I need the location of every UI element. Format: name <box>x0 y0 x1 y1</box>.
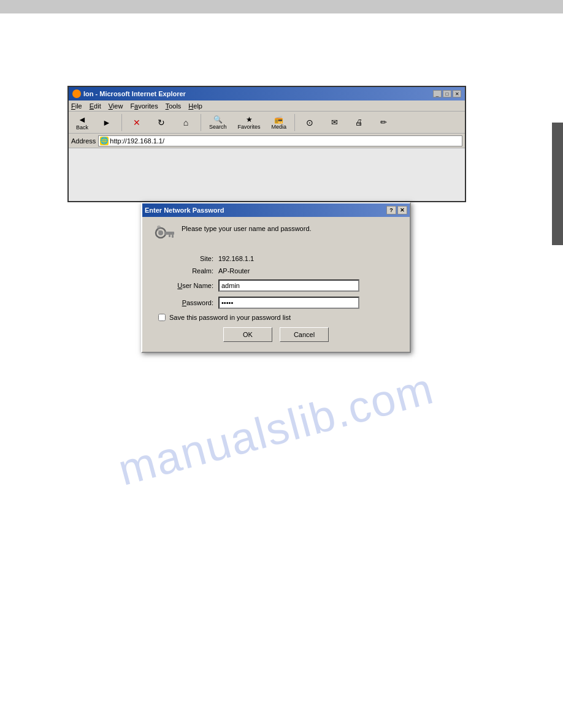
browser-window: Ion - Microsoft Internet Explorer _ □ ✕ … <box>67 86 466 202</box>
browser-title-content: Ion - Microsoft Internet Explorer <box>72 89 186 98</box>
back-button[interactable]: ◄ Back <box>71 113 93 132</box>
svg-rect-3 <box>172 235 174 238</box>
forward-button[interactable]: ► <box>96 113 118 132</box>
mail-button[interactable]: ✉ <box>323 113 345 132</box>
realm-value: AP-Router <box>218 267 250 275</box>
edit-button[interactable]: ✏ <box>372 113 394 132</box>
minimize-button[interactable]: _ <box>433 90 442 97</box>
username-input[interactable] <box>218 279 359 292</box>
realm-row: Realm: AP-Router <box>158 267 400 275</box>
password-label: Password: <box>158 299 213 306</box>
address-label: Address <box>71 137 96 145</box>
stop-button[interactable]: ✕ <box>126 113 148 132</box>
key-icon <box>152 224 175 248</box>
site-row: Site: 192.168.1.1 <box>158 255 400 262</box>
browser-addressbar: Address 🌐 http://192.168.1.1/ <box>69 134 465 148</box>
svg-rect-4 <box>169 235 170 237</box>
address-value: http://192.168.1.1/ <box>110 137 164 145</box>
home-icon: ⌂ <box>183 118 188 127</box>
toolbar-separator-3 <box>294 114 295 131</box>
history-icon: ⊙ <box>306 118 313 127</box>
dialog-title-text: Enter Network Password <box>145 207 224 214</box>
refresh-icon: ↻ <box>158 118 165 127</box>
realm-label: Realm: <box>158 267 213 275</box>
menu-favorites[interactable]: Favorites <box>130 102 158 110</box>
back-icon: ◄ <box>78 115 86 124</box>
print-button[interactable]: 🖨 <box>348 113 370 132</box>
menu-file[interactable]: File <box>71 102 82 110</box>
password-row: Password: <box>158 297 400 309</box>
save-password-checkbox[interactable] <box>158 314 166 321</box>
menu-edit[interactable]: Edit <box>90 102 101 110</box>
stop-icon: ✕ <box>133 118 140 127</box>
home-button[interactable]: ⌂ <box>175 113 197 132</box>
browser-toolbar: ◄ Back ► ✕ ↻ ⌂ 🔍 Search ★ Favorites 📻 Me… <box>69 112 465 134</box>
mail-icon: ✉ <box>331 118 338 127</box>
svg-point-5 <box>157 226 161 229</box>
dialog-titlebar: Enter Network Password ? ✕ <box>142 203 410 217</box>
search-icon: 🔍 <box>213 115 223 124</box>
toolbar-separator-2 <box>201 114 201 131</box>
network-password-dialog: Enter Network Password ? ✕ Please type y… <box>141 202 411 353</box>
maximize-button[interactable]: □ <box>443 90 451 97</box>
password-input[interactable] <box>218 297 359 309</box>
right-side-tab <box>552 123 563 245</box>
address-input[interactable]: 🌐 http://192.168.1.1/ <box>98 135 462 146</box>
svg-point-1 <box>158 230 163 235</box>
browser-title-label: Ion - Microsoft Internet Explorer <box>83 90 186 97</box>
media-label: Media <box>272 124 287 130</box>
media-icon: 📻 <box>274 115 283 124</box>
dialog-close-button[interactable]: ✕ <box>397 206 407 214</box>
dialog-help-button[interactable]: ? <box>386 206 396 214</box>
forward-icon: ► <box>102 118 111 127</box>
dialog-header-text: Please type your user name and password. <box>182 224 312 233</box>
browser-window-controls: _ □ ✕ <box>433 90 461 97</box>
search-label: Search <box>209 124 227 130</box>
favorites-label: Favorites <box>238 124 261 130</box>
watermark-text: manualslib.com <box>113 363 439 495</box>
username-label: User Name: <box>158 282 213 289</box>
dialog-title-controls: ? ✕ <box>386 206 407 214</box>
menu-view[interactable]: View <box>109 102 123 110</box>
favorites-button[interactable]: ★ Favorites <box>234 113 265 132</box>
save-password-row: Save this password in your password list <box>158 314 400 321</box>
site-label: Site: <box>158 255 213 262</box>
ie-icon <box>72 89 81 98</box>
address-page-icon: 🌐 <box>100 137 109 145</box>
dialog-content: Please type your user name and password.… <box>142 217 410 352</box>
top-bar <box>0 0 563 13</box>
close-button[interactable]: ✕ <box>453 90 461 97</box>
dialog-form: Site: 192.168.1.1 Realm: AP-Router User … <box>158 255 400 309</box>
dialog-buttons: OK Cancel <box>152 327 400 344</box>
favorites-icon: ★ <box>246 115 253 124</box>
dialog-header: Please type your user name and password. <box>152 224 400 248</box>
menu-help[interactable]: Help <box>188 102 202 110</box>
site-value: 192.168.1.1 <box>218 255 254 262</box>
save-password-label: Save this password in your password list <box>169 314 291 321</box>
browser-menubar: File Edit View Favorites Tools Help <box>69 100 465 112</box>
svg-rect-2 <box>164 232 174 235</box>
ok-button[interactable]: OK <box>223 327 272 342</box>
print-icon: 🖨 <box>355 118 363 127</box>
media-button[interactable]: 📻 Media <box>267 113 291 132</box>
menu-tools[interactable]: Tools <box>166 102 182 110</box>
edit-icon: ✏ <box>380 118 387 127</box>
back-label: Back <box>76 124 88 131</box>
username-row: User Name: <box>158 279 400 292</box>
toolbar-separator-1 <box>121 114 122 131</box>
history-button[interactable]: ⊙ <box>299 113 321 132</box>
cancel-button[interactable]: Cancel <box>280 327 329 342</box>
browser-title-bar: Ion - Microsoft Internet Explorer _ □ ✕ <box>69 87 465 100</box>
refresh-button[interactable]: ↻ <box>150 113 172 132</box>
search-button[interactable]: 🔍 Search <box>205 113 231 132</box>
